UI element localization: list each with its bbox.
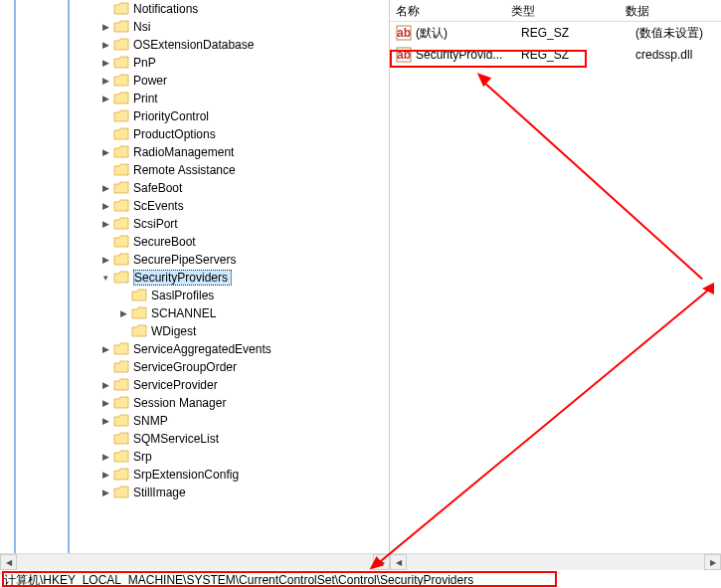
tree-node[interactable]: ▶Nsi — [99, 18, 271, 36]
tree-node-label[interactable]: Nsi — [133, 20, 150, 34]
svg-text:ab: ab — [397, 48, 411, 62]
tree-node-label[interactable]: WDigest — [151, 324, 196, 338]
tree-node[interactable]: ▶SecurePipeServers — [99, 251, 271, 269]
chevron-right-icon[interactable]: ▶ — [99, 57, 111, 69]
tree-node-label[interactable]: ProductOptions — [133, 127, 216, 141]
tree-node[interactable]: ▶ScEvents — [99, 197, 271, 215]
col-data-header[interactable]: 数据 — [620, 0, 721, 21]
scroll-left-button[interactable]: ◀ — [390, 554, 407, 570]
scroll-track[interactable] — [17, 554, 373, 570]
tree-node[interactable]: ▶Session Manager — [99, 394, 271, 412]
tree-node-label[interactable]: ScEvents — [133, 199, 184, 213]
col-name-header[interactable]: 名称 — [390, 0, 505, 21]
scroll-left-button[interactable]: ◀ — [0, 554, 17, 570]
chevron-right-icon[interactable]: ▶ — [99, 379, 111, 391]
chevron-right-icon[interactable]: ▶ — [99, 75, 111, 87]
chevron-right-icon[interactable]: ▶ — [99, 39, 111, 51]
tree-node[interactable]: ▾SecurityProviders — [99, 269, 271, 287]
tree-node-label[interactable]: RadioManagement — [133, 145, 234, 159]
chevron-right-icon[interactable]: ▶ — [99, 343, 111, 355]
tree-node[interactable]: Remote Assistance — [99, 161, 271, 179]
tree-node-label[interactable]: SafeBoot — [133, 181, 182, 195]
tree-node-label[interactable]: Print — [133, 92, 158, 105]
tree-node[interactable]: ▶RadioManagement — [99, 143, 271, 161]
tree-node-label[interactable]: ServiceProvider — [133, 378, 218, 392]
list-row[interactable]: abSecurityProvid...REG_SZcredssp.dll — [390, 44, 721, 66]
scroll-right-button[interactable]: ▶ — [704, 554, 721, 570]
tree-node[interactable]: ProductOptions — [99, 125, 271, 143]
tree-node-label[interactable]: Session Manager — [133, 396, 226, 410]
cell-data: (数值未设置) — [635, 25, 721, 42]
tree-node-label[interactable]: PriorityControl — [133, 109, 209, 123]
tree-node-label[interactable]: SaslProfiles — [151, 289, 214, 302]
chevron-right-icon[interactable]: ▶ — [99, 451, 111, 463]
tree-node[interactable]: ▶Print — [99, 90, 271, 107]
chevron-down-icon[interactable]: ▾ — [99, 272, 111, 284]
tree-node[interactable]: ▶SrpExtensionConfig — [99, 466, 271, 484]
right-scrollbar[interactable]: ◀ ▶ — [390, 553, 721, 570]
tree-node-label[interactable]: SCHANNEL — [151, 306, 216, 320]
folder-icon — [113, 486, 129, 499]
list-row[interactable]: ab(默认)REG_SZ(数值未设置) — [390, 22, 721, 44]
tree-node[interactable]: ▶SafeBoot — [99, 179, 271, 197]
chevron-right-icon[interactable]: ▶ — [99, 415, 111, 427]
folder-icon — [113, 271, 129, 285]
tree-node-label[interactable]: SQMServiceList — [133, 432, 219, 446]
tree-node-label[interactable]: SecurityProviders — [133, 270, 232, 286]
folder-icon — [113, 38, 129, 52]
chevron-right-icon[interactable]: ▶ — [99, 487, 111, 498]
folder-icon — [113, 20, 129, 34]
chevron-right-icon[interactable]: ▶ — [99, 397, 111, 409]
tree-node[interactable]: ▶PnP — [99, 54, 271, 72]
tree-node-label[interactable]: PnP — [133, 56, 156, 70]
tree-node[interactable]: SQMServiceList — [99, 430, 271, 448]
path-bar[interactable]: 计算机\HKEY_LOCAL_MACHINE\SYSTEM\CurrentCon… — [0, 570, 721, 588]
tree-node[interactable]: ▶ServiceAggregatedEvents — [99, 340, 271, 358]
list-body[interactable]: ab(默认)REG_SZ(数值未设置)abSecurityProvid...RE… — [390, 22, 721, 66]
tree-node[interactable]: PriorityControl — [99, 107, 271, 125]
tree-node[interactable]: ▶SNMP — [99, 412, 271, 430]
tree-node-label[interactable]: SrpExtensionConfig — [133, 468, 239, 482]
tree-node[interactable]: SaslProfiles — [117, 287, 271, 304]
chevron-right-icon[interactable]: ▶ — [99, 93, 111, 104]
tree-node[interactable]: Notifications — [99, 0, 271, 18]
tree-node-label[interactable]: SNMP — [133, 414, 168, 428]
tree-node-label[interactable]: SecureBoot — [133, 235, 196, 249]
tree-node[interactable]: ▶ScsiPort — [99, 215, 271, 233]
chevron-right-icon[interactable]: ▶ — [99, 146, 111, 158]
folder-icon — [113, 450, 129, 464]
tree-node[interactable]: ServiceGroupOrder — [99, 358, 271, 376]
chevron-right-icon[interactable]: ▶ — [99, 218, 111, 230]
chevron-right-icon[interactable]: ▶ — [99, 254, 111, 266]
col-type-header[interactable]: 类型 — [505, 0, 620, 21]
tree-node-label[interactable]: Power — [133, 74, 167, 88]
tree-node-label[interactable]: ServiceAggregatedEvents — [133, 342, 271, 356]
tree-node-label[interactable]: ScsiPort — [133, 217, 178, 231]
tree-node[interactable]: ▶ServiceProvider — [99, 376, 271, 394]
chevron-right-icon[interactable]: ▶ — [99, 182, 111, 194]
scrollbar-row: ◀ ▶ ◀ ▶ — [0, 553, 721, 570]
chevron-right-icon[interactable]: ▶ — [117, 307, 129, 319]
registry-tree[interactable]: Notifications▶Nsi▶OSExtensionDatabase▶Pn… — [82, 0, 271, 501]
tree-node-label[interactable]: OSExtensionDatabase — [133, 38, 254, 52]
tree-node[interactable]: ▶OSExtensionDatabase — [99, 36, 271, 54]
tree-node-label[interactable]: ServiceGroupOrder — [133, 360, 237, 374]
tree-node[interactable]: ▶SCHANNEL — [117, 304, 271, 322]
tree-node[interactable]: ▶Power — [99, 72, 271, 90]
tree-node-label[interactable]: SecurePipeServers — [133, 253, 236, 267]
chevron-right-icon[interactable]: ▶ — [99, 469, 111, 481]
tree-node[interactable]: SecureBoot — [99, 233, 271, 251]
folder-icon — [113, 432, 129, 446]
tree-node[interactable]: ▶Srp — [99, 448, 271, 466]
chevron-right-icon[interactable]: ▶ — [99, 21, 111, 33]
scroll-right-button[interactable]: ▶ — [373, 554, 390, 570]
tree-node-label[interactable]: Notifications — [133, 2, 198, 16]
tree-node-label[interactable]: Srp — [133, 450, 152, 464]
left-scrollbar[interactable]: ◀ ▶ — [0, 553, 390, 570]
tree-node[interactable]: ▶StillImage — [99, 484, 271, 501]
tree-node-label[interactable]: StillImage — [133, 486, 186, 499]
scroll-track[interactable] — [407, 554, 704, 570]
chevron-right-icon[interactable]: ▶ — [99, 200, 111, 212]
tree-node-label[interactable]: Remote Assistance — [133, 163, 236, 177]
tree-node[interactable]: WDigest — [117, 322, 271, 340]
